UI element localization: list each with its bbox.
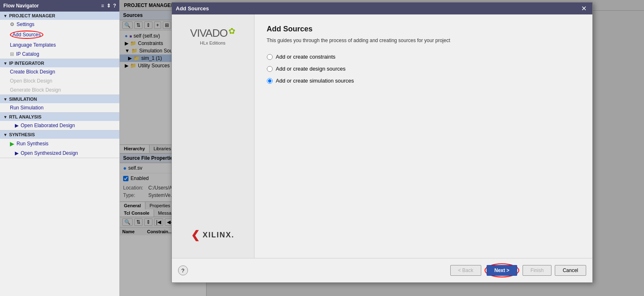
dialog-body: VIVADO ✿ HLx Editions ❮ XILINX. Add Sour… (172, 14, 592, 258)
nav-label-run-synthesis: Run Synthesis (17, 141, 48, 147)
nav-label-generate-block: Generate Block Design (10, 87, 61, 93)
panels-row: Sources 🔍 ⇅ ⇕ + ⊞ ● ■ self (self.sv) (120, 11, 644, 296)
nav-item-run-simulation[interactable]: Run Simulation (0, 103, 119, 112)
nav-item-add-sources[interactable]: Add Sources (0, 29, 119, 40)
radio-constraints[interactable] (267, 54, 273, 60)
nav-item-open-synthesized[interactable]: ▶ Open Synthesized Design (0, 149, 119, 158)
finish-button[interactable]: Finish (523, 265, 551, 276)
flow-nav-title: Flow Navigator (3, 3, 39, 9)
section-label-pm: PROJECT MANAGER (9, 13, 55, 18)
section-arrow-ip: ▼ (3, 61, 7, 66)
cancel-button[interactable]: Cancel (555, 265, 586, 276)
section-synthesis: ▼ SYNTHESIS ▶ Run Synthesis ▶ Open Synth… (0, 130, 119, 158)
section-title-rtl[interactable]: ▼ RTL ANALYSIS (0, 113, 119, 121)
nav-label-run-sim: Run Simulation (10, 105, 43, 111)
ip-icon: ⊞ (10, 51, 14, 57)
nav-item-settings[interactable]: ⚙ Settings (0, 20, 119, 29)
nav-label-open-block: Open Block Design (10, 78, 52, 84)
vivado-leaf-icon: ✿ (228, 26, 235, 36)
dialog-subtitle: This guides you through the process of a… (267, 38, 580, 43)
vivado-text: VIVADO (190, 27, 227, 40)
next-button[interactable]: Next > (487, 265, 517, 276)
section-title-project-manager[interactable]: ▼ PROJECT MANAGER (0, 12, 119, 20)
radio-label-constraints: Add or create constraints (276, 54, 336, 60)
radio-simulation-sources[interactable] (267, 78, 273, 84)
xilinx-text: XILINX. (202, 231, 234, 239)
section-title-simulation[interactable]: ▼ SIMULATION (0, 95, 119, 103)
radio-item-simulation-sources[interactable]: Add or create simulation sources (267, 78, 580, 84)
section-arrow-rtl: ▼ (3, 115, 7, 119)
main-area: PROJECT MANAGER - proje... Sources 🔍 ⇅ ⇕… (120, 0, 644, 296)
minimize-icon[interactable]: ≡ (101, 3, 104, 9)
section-label-ip: IP INTEGRATOR (9, 61, 44, 66)
dialog-overlay: Add Sources ✕ VIVADO ✿ HLx Editions (120, 11, 644, 296)
nav-item-create-block-design[interactable]: Create Block Design (0, 67, 119, 76)
nav-item-open-block-design: Open Block Design (0, 76, 119, 85)
radio-design-sources[interactable] (267, 66, 273, 72)
dialog-title: Add Sources (176, 11, 209, 12)
radio-item-design-sources[interactable]: Add or create design sources (267, 66, 580, 72)
dialog-heading: Add Sources (267, 25, 580, 33)
section-arrow-pm: ▼ (3, 14, 7, 18)
radio-label-simulation-sources: Add or create simulation sources (276, 78, 354, 84)
flow-nav-header: Flow Navigator ≡ ⇕ ? (0, 0, 119, 12)
nav-item-generate-block-design: Generate Block Design (0, 85, 119, 95)
sub-arrow-elaborated: ▶ (15, 123, 19, 128)
back-button[interactable]: < Back (450, 265, 481, 276)
sub-arrow-synth: ▶ (15, 150, 19, 156)
nav-label-create-block: Create Block Design (10, 69, 55, 75)
section-label-synth: SYNTHESIS (9, 132, 35, 137)
dialog-left-branding: VIVADO ✿ HLx Editions ❮ XILINX. (172, 14, 254, 258)
nav-label-lang-templates: Language Templates (10, 42, 56, 48)
section-title-synthesis[interactable]: ▼ SYNTHESIS (0, 130, 119, 139)
next-button-wrapper: Next > (485, 263, 519, 277)
vivado-logo: VIVADO ✿ HLx Editions (190, 27, 235, 45)
nav-item-ip-catalog[interactable]: ⊞ IP Catalog (0, 50, 119, 59)
nav-label-open-elaborated: Open Elaborated Design (21, 123, 75, 128)
add-sources-dialog: Add Sources ✕ VIVADO ✿ HLx Editions (171, 11, 593, 283)
nav-item-language-templates[interactable]: Language Templates (0, 40, 119, 50)
dialog-close-button[interactable]: ✕ (580, 11, 588, 12)
vivado-hlx-text: HLx Editions (190, 40, 235, 45)
section-label-sim: SIMULATION (9, 97, 37, 102)
section-rtl-analysis: ▼ RTL ANALYSIS ▶ Open Elaborated Design (0, 113, 119, 130)
nav-label-ip-catalog: IP Catalog (16, 51, 39, 57)
section-project-manager: ▼ PROJECT MANAGER ⚙ Settings Add Sources… (0, 12, 119, 59)
section-simulation: ▼ SIMULATION Run Simulation (0, 95, 119, 113)
nav-item-open-elaborated[interactable]: ▶ Open Elaborated Design (0, 121, 119, 130)
section-ip-integrator: ▼ IP INTEGRATOR Create Block Design Open… (0, 59, 119, 95)
float-icon[interactable]: ⇕ (107, 3, 111, 9)
nav-label-open-synthesized: Open Synthesized Design (21, 150, 78, 156)
dialog-titlebar: Add Sources ✕ (172, 11, 592, 14)
xilinx-logo: ❮ XILINX. (191, 229, 234, 250)
gear-icon: ⚙ (10, 21, 14, 27)
radio-group: Add or create constraints Add or create … (267, 54, 580, 84)
radio-item-constraints[interactable]: Add or create constraints (267, 54, 580, 60)
section-arrow-synth: ▼ (3, 133, 7, 137)
flow-navigator: Flow Navigator ≡ ⇕ ? ▼ PROJECT MANAGER ⚙… (0, 0, 120, 296)
radio-label-design-sources: Add or create design sources (276, 66, 346, 72)
play-icon: ▶ (10, 140, 14, 147)
help-icon[interactable]: ? (113, 3, 116, 9)
section-arrow-sim: ▼ (3, 97, 7, 102)
xilinx-x-icon: ❮ (191, 229, 200, 242)
dialog-right-content: Add Sources This guides you through the … (254, 14, 592, 258)
nav-item-run-synthesis[interactable]: ▶ Run Synthesis (0, 139, 119, 149)
section-label-rtl: RTL ANALYSIS (9, 114, 41, 119)
nav-label-settings: Settings (17, 21, 34, 27)
dialog-footer: ? < Back Next > Finish Cancel (172, 258, 592, 282)
flow-nav-header-icons: ≡ ⇕ ? (101, 3, 116, 9)
add-sources-label: Add Sources (10, 31, 43, 39)
section-title-ip-integrator[interactable]: ▼ IP INTEGRATOR (0, 59, 119, 67)
help-button[interactable]: ? (178, 265, 188, 275)
